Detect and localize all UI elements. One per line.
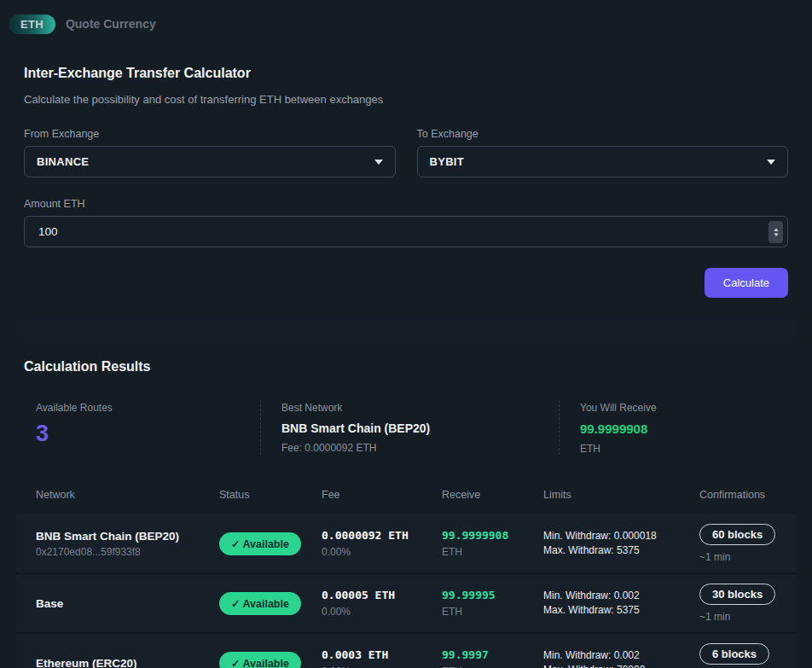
page: ETH Quote Currency Inter-Exchange Transf… <box>0 0 812 668</box>
from-exchange-value: BINANCE <box>37 155 89 168</box>
eth-currency-badge: ETH <box>9 15 55 34</box>
fee-percent: 0.00% <box>322 606 442 618</box>
min-withdraw: Min. Withdraw: 0.002 <box>543 648 699 663</box>
results-summary: Available Routes 3 Best Network BNB Smar… <box>15 385 797 472</box>
max-withdraw: Max. Withdraw: 70000 <box>543 663 699 668</box>
section-divider <box>15 317 797 340</box>
table-row: Ethereum (ERC20) ✓ Available 0.0003 ETH … <box>15 634 797 668</box>
stat-you-will-receive: You Will Receive 99.9999908 ETH <box>559 400 797 455</box>
routes-table: Network Status Fee Receive Limits Confir… <box>15 475 797 668</box>
chevron-down-icon <box>767 160 775 165</box>
confirmations-cell: 30 blocks ~1 min <box>699 584 797 623</box>
stat-available-routes: Available Routes 3 <box>15 400 260 455</box>
from-exchange-label: From Exchange <box>24 128 396 140</box>
from-exchange-field: From Exchange BINANCE <box>24 128 396 177</box>
status-badge: ✓ Available <box>219 592 301 615</box>
topbar: ETH Quote Currency <box>0 0 812 40</box>
receive-cell: 99.9997 ETH <box>442 648 543 668</box>
best-network-value: BNB Smart Chain (BEP20) <box>281 421 559 435</box>
calculator-title: Inter-Exchange Transfer Calculator <box>24 66 788 81</box>
fee-cell: 0.0000092 ETH 0.00% <box>322 529 442 558</box>
status-cell: ✓ Available <box>219 532 322 555</box>
amount-input-wrap: ▲ ▼ <box>24 216 788 247</box>
fee-value: 0.0003 ETH <box>322 648 442 661</box>
network-cell: Ethereum (ERC20) <box>15 657 219 668</box>
table-row: Base ✓ Available 0.00005 ETH 0.00% 99.99… <box>15 574 797 634</box>
network-cell: Base <box>15 597 219 610</box>
header-network: Network <box>15 489 219 501</box>
calculator-subtitle: Calculate the possibility and cost of tr… <box>24 93 788 106</box>
receive-amount: 99.99995 <box>442 589 543 601</box>
amount-input[interactable] <box>37 224 768 239</box>
confirmations-cell: 60 blocks ~1 min <box>699 524 797 563</box>
actions-row: Calculate <box>24 268 788 298</box>
confirmations-badge: 30 blocks <box>699 584 775 605</box>
number-stepper[interactable]: ▲ ▼ <box>768 221 783 243</box>
chevron-down-icon <box>374 160 383 165</box>
to-exchange-field: To Exchange BYBIT <box>417 128 789 177</box>
receive-label: You Will Receive <box>580 402 797 414</box>
max-withdraw: Max. Withdraw: 5375 <box>543 543 699 558</box>
network-name: Base <box>36 597 219 610</box>
confirmations-cell: 6 blocks ~2 min <box>699 643 797 668</box>
exchange-fields-row: From Exchange BINANCE To Exchange BYBIT <box>24 128 788 177</box>
contract-address: 0x2170ed08...59f933f8 <box>36 546 219 558</box>
header-receive: Receive <box>442 489 543 501</box>
stat-best-network: Best Network BNB Smart Chain (BEP20) Fee… <box>260 400 559 455</box>
to-exchange-value: BYBIT <box>430 155 465 168</box>
receive-amount: 99.9997 <box>442 648 543 661</box>
header-status: Status <box>219 489 322 501</box>
best-network-label: Best Network <box>281 402 559 414</box>
status-cell: ✓ Available <box>219 592 322 615</box>
receive-unit: ETH <box>580 443 797 455</box>
confirmations-badge: 60 blocks <box>699 524 775 545</box>
fee-cell: 0.00005 ETH 0.00% <box>322 589 442 618</box>
to-exchange-select[interactable]: BYBIT <box>417 146 789 177</box>
to-exchange-label: To Exchange <box>417 128 789 140</box>
fee-percent: 0.00% <box>322 546 442 558</box>
fee-cell: 0.0003 ETH 0.00% <box>322 648 442 668</box>
receive-cell: 99.9999908 ETH <box>442 529 543 558</box>
min-withdraw: Min. Withdraw: 0.000018 <box>543 529 699 543</box>
header-limits: Limits <box>543 489 699 501</box>
fee-value: 0.0000092 ETH <box>322 529 442 542</box>
receive-currency: ETH <box>442 606 543 618</box>
network-name: Ethereum (ERC20) <box>36 657 219 668</box>
limits-cell: Min. Withdraw: 0.002 Max. Withdraw: 5375 <box>543 589 699 618</box>
stepper-down-icon[interactable]: ▼ <box>772 232 779 237</box>
calculator-section: Inter-Exchange Transfer Calculator Calcu… <box>0 66 812 298</box>
receive-cell: 99.99995 ETH <box>442 589 543 618</box>
receive-amount: 99.9999908 <box>442 529 543 542</box>
receive-value: 99.9999908 <box>580 421 797 436</box>
amount-label: Amount ETH <box>24 198 788 210</box>
from-exchange-select[interactable]: BINANCE <box>24 146 396 177</box>
network-cell: BNB Smart Chain (BEP20) 0x2170ed08...59f… <box>15 530 219 558</box>
best-network-fee: Fee: 0.0000092 ETH <box>281 442 559 454</box>
routes-value: 3 <box>36 421 260 447</box>
network-name: BNB Smart Chain (BEP20) <box>36 530 219 543</box>
receive-currency: ETH <box>442 546 543 558</box>
status-badge: ✓ Available <box>219 652 301 668</box>
confirmation-time: ~1 min <box>699 611 797 623</box>
results-section: Calculation Results Available Routes 3 B… <box>0 359 812 668</box>
fee-value: 0.00005 ETH <box>322 589 442 601</box>
limits-cell: Min. Withdraw: 0.002 Max. Withdraw: 7000… <box>543 648 699 668</box>
confirmation-time: ~1 min <box>699 551 797 563</box>
calculate-button[interactable]: Calculate <box>705 268 788 298</box>
table-header-row: Network Status Fee Receive Limits Confir… <box>15 475 797 514</box>
table-row: BNB Smart Chain (BEP20) 0x2170ed08...59f… <box>15 514 797 574</box>
topbar-title: Quote Currency <box>66 17 156 31</box>
status-badge: ✓ Available <box>219 532 301 555</box>
header-confirmations: Confirmations <box>699 489 797 501</box>
min-withdraw: Min. Withdraw: 0.002 <box>543 589 699 603</box>
amount-field: Amount ETH ▲ ▼ <box>24 198 788 247</box>
status-cell: ✓ Available <box>219 652 322 668</box>
header-fee: Fee <box>322 489 442 501</box>
results-title: Calculation Results <box>24 359 788 375</box>
routes-label: Available Routes <box>36 402 260 414</box>
max-withdraw: Max. Withdraw: 5375 <box>543 603 699 618</box>
limits-cell: Min. Withdraw: 0.000018 Max. Withdraw: 5… <box>543 529 699 558</box>
confirmations-badge: 6 blocks <box>699 643 769 665</box>
